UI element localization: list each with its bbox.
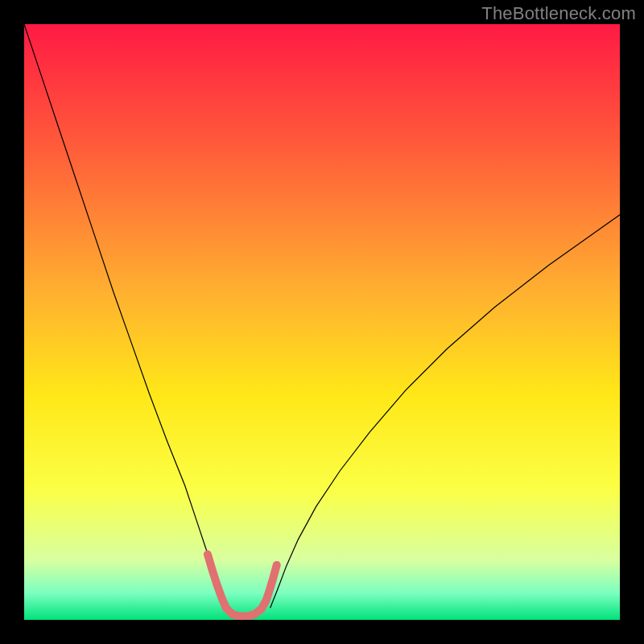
chart-frame: TheBottleneck.com — [0, 0, 644, 644]
watermark-text: TheBottleneck.com — [481, 3, 636, 24]
bottleneck-chart — [24, 24, 620, 620]
plot-background — [24, 24, 620, 620]
